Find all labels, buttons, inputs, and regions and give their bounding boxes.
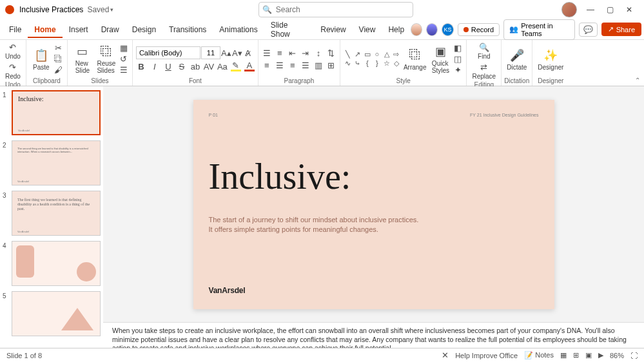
menu-help[interactable]: Help bbox=[382, 21, 411, 38]
menu-design[interactable]: Design bbox=[126, 21, 162, 38]
menu-transitions[interactable]: Transitions bbox=[162, 21, 213, 38]
strike-icon[interactable]: S bbox=[177, 61, 187, 71]
save-state[interactable]: Saved bbox=[87, 5, 109, 14]
align-left-icon[interactable]: ≡ bbox=[262, 60, 272, 70]
menu-view[interactable]: View bbox=[353, 21, 382, 38]
slide-subtitle-line-1[interactable]: The start of a journey to shift our mind… bbox=[209, 215, 539, 225]
quick-styles-button[interactable]: ▣Quick Styles bbox=[429, 43, 452, 75]
maximize-button[interactable]: ▢ bbox=[600, 0, 620, 19]
close-button[interactable]: ✕ bbox=[620, 0, 639, 19]
menu-home[interactable]: Home bbox=[28, 21, 62, 38]
bullets-icon[interactable]: ☰ bbox=[262, 48, 272, 58]
slide-canvas[interactable]: P 01 FY 21 Inclusive Design Guidelines I… bbox=[193, 100, 554, 309]
thumbnail-4[interactable] bbox=[12, 241, 101, 286]
decrease-font-icon[interactable]: A▾ bbox=[232, 48, 242, 58]
dictate-button[interactable]: 🎤Dictate bbox=[505, 46, 529, 72]
shape-fill-icon[interactable]: ◧ bbox=[453, 43, 463, 53]
new-slide-button[interactable]: ▭New Slide bbox=[71, 43, 94, 75]
font-name-input[interactable] bbox=[136, 46, 200, 59]
close-hint-icon[interactable]: ✕ bbox=[442, 350, 449, 360]
redo-button[interactable]: ↷Redo bbox=[3, 61, 23, 81]
triangle-shape-icon[interactable]: △ bbox=[382, 50, 391, 59]
justify-icon[interactable]: ☰ bbox=[300, 60, 311, 70]
font-color-icon[interactable]: A bbox=[244, 61, 255, 71]
arrange-button[interactable]: ⿻Arrange bbox=[402, 46, 429, 72]
section-icon[interactable]: ☰ bbox=[119, 65, 129, 75]
star-shape-icon[interactable]: ☆ bbox=[382, 59, 391, 68]
menu-insert[interactable]: Insert bbox=[63, 21, 95, 38]
zoom-level[interactable]: 86% bbox=[610, 352, 624, 359]
menu-animations[interactable]: Animations bbox=[213, 21, 264, 38]
paste-button[interactable]: 📋Paste bbox=[30, 46, 53, 72]
cut-icon[interactable]: ✂ bbox=[54, 43, 64, 53]
arrow-shape-icon[interactable]: ↗ bbox=[353, 50, 362, 59]
slide-title[interactable]: Inclusive: bbox=[209, 156, 539, 197]
text-direction-icon[interactable]: ⇅ bbox=[326, 48, 337, 58]
italic-icon[interactable]: I bbox=[150, 61, 160, 71]
thumbnail-5[interactable] bbox=[12, 291, 101, 336]
curve-shape-icon[interactable]: ∿ bbox=[344, 59, 353, 68]
line-spacing-icon[interactable]: ↕ bbox=[313, 48, 324, 58]
oval-shape-icon[interactable]: ○ bbox=[373, 50, 382, 59]
smartart-icon[interactable]: ⊞ bbox=[326, 60, 337, 70]
chevron-down-icon[interactable]: ▾ bbox=[110, 6, 113, 13]
columns-icon[interactable]: ▥ bbox=[313, 60, 324, 70]
shadow-icon[interactable]: ab bbox=[190, 61, 200, 71]
menu-review[interactable]: Review bbox=[314, 21, 352, 38]
copy-icon[interactable]: ⿻ bbox=[54, 54, 64, 64]
layout-icon[interactable]: ▦ bbox=[119, 43, 129, 53]
speaker-notes[interactable]: When you take steps to create an inclusi… bbox=[103, 322, 644, 348]
fit-window-icon[interactable]: ⛶ bbox=[630, 352, 638, 359]
slide-subtitle-line-2[interactable]: It offers simple starting points for mea… bbox=[209, 225, 539, 235]
indent-inc-icon[interactable]: ⇥ bbox=[300, 48, 311, 58]
char-spacing-icon[interactable]: AV bbox=[204, 61, 214, 71]
comments-button[interactable]: 💬 bbox=[579, 23, 598, 37]
thumbnail-3[interactable]: The first thing we learned is that defin… bbox=[12, 191, 101, 236]
increase-font-icon[interactable]: A▴ bbox=[221, 48, 231, 58]
line-shape-icon[interactable]: ╲ bbox=[344, 50, 353, 59]
share-button[interactable]: ↗Share bbox=[601, 23, 641, 36]
numbering-icon[interactable]: ≡ bbox=[275, 48, 285, 58]
align-right-icon[interactable]: ≡ bbox=[288, 60, 298, 70]
record-button[interactable]: Record bbox=[458, 23, 500, 36]
highlight-icon[interactable]: ✎ bbox=[231, 61, 241, 71]
format-painter-icon[interactable]: 🖌 bbox=[54, 65, 64, 75]
replace-button[interactable]: ⇄Replace bbox=[470, 61, 498, 81]
presence-avatar-1[interactable] bbox=[411, 23, 422, 36]
align-center-icon[interactable]: ☰ bbox=[275, 60, 285, 70]
presence-avatar-2[interactable] bbox=[426, 23, 438, 36]
user-avatar[interactable] bbox=[561, 2, 577, 17]
reset-icon[interactable]: ↺ bbox=[119, 54, 129, 64]
menu-file[interactable]: File bbox=[3, 21, 28, 38]
present-teams-button[interactable]: 👥Present in Teams bbox=[503, 19, 575, 40]
connector-shape-icon[interactable]: ⤷ bbox=[353, 59, 362, 68]
search-input[interactable] bbox=[259, 2, 413, 17]
reuse-slides-button[interactable]: ⿻Reuse Slides bbox=[95, 43, 118, 75]
shape-effects-icon[interactable]: ✦ bbox=[453, 65, 463, 75]
help-improve-link[interactable]: Help Improve Office bbox=[455, 352, 518, 359]
reading-view-icon[interactable]: ▣ bbox=[585, 351, 592, 359]
menu-draw[interactable]: Draw bbox=[95, 21, 126, 38]
find-button[interactable]: 🔍Find bbox=[470, 41, 498, 61]
shapes-gallery[interactable]: ╲↗▭○△⇨ ∿⤷{}☆◇ bbox=[344, 50, 401, 68]
rect-shape-icon[interactable]: ▭ bbox=[363, 50, 372, 59]
shape-outline-icon[interactable]: ◫ bbox=[453, 54, 463, 64]
brace2-shape-icon[interactable]: } bbox=[373, 59, 382, 68]
undo-button[interactable]: ↶Undo bbox=[3, 41, 23, 61]
notes-toggle[interactable]: 📝 Notes bbox=[524, 351, 554, 359]
thumbnail-2[interactable]: The second thing we learned is that disa… bbox=[12, 140, 101, 186]
font-size-input[interactable] bbox=[201, 46, 220, 59]
arrow2-shape-icon[interactable]: ⇨ bbox=[392, 50, 401, 59]
minimize-button[interactable]: — bbox=[581, 0, 600, 19]
bold-icon[interactable]: B bbox=[136, 61, 146, 71]
brace-shape-icon[interactable]: { bbox=[363, 59, 372, 68]
callout-shape-icon[interactable]: ◇ bbox=[392, 59, 401, 68]
slideshow-view-icon[interactable]: ▶ bbox=[598, 351, 603, 359]
indent-dec-icon[interactable]: ⇤ bbox=[288, 48, 298, 58]
designer-button[interactable]: ✨Designer bbox=[536, 46, 565, 72]
normal-view-icon[interactable]: ▦ bbox=[560, 351, 567, 359]
thumbnail-1[interactable]: Inclusive: VanArsdel bbox=[12, 90, 101, 135]
presence-avatar-3[interactable]: KS bbox=[442, 23, 453, 36]
underline-icon[interactable]: U bbox=[163, 61, 173, 71]
clear-format-icon[interactable]: A̷ bbox=[243, 48, 253, 58]
